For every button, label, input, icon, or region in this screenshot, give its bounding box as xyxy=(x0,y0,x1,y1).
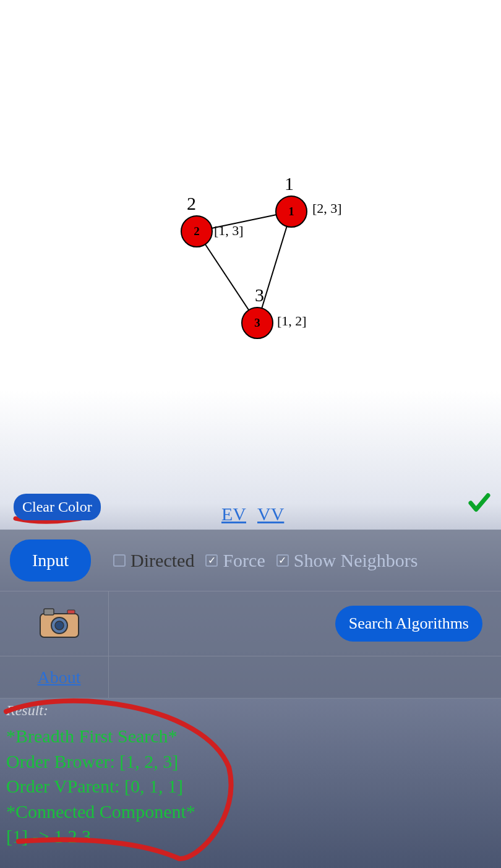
force-checkbox[interactable] xyxy=(205,554,218,567)
result-line-3: *Connected Component* xyxy=(6,799,495,825)
svg-point-7 xyxy=(55,621,64,630)
svg-rect-4 xyxy=(44,609,54,615)
camera-icon[interactable] xyxy=(38,606,81,641)
node-label-1: 1 xyxy=(285,173,294,194)
result-line-0: *Breadth First Search* xyxy=(6,724,495,749)
input-button[interactable]: Input xyxy=(10,539,91,582)
ev-link[interactable]: EV xyxy=(221,504,246,525)
node-neighbors-3: [1, 2] xyxy=(277,313,307,329)
graph-canvas[interactable]: 11[2, 3]22[1, 3]33[1, 2] xyxy=(0,0,501,486)
directed-checkbox-wrap[interactable]: Directed xyxy=(113,550,194,571)
show-neighbors-checkbox[interactable] xyxy=(276,554,289,567)
show-neighbors-checkbox-wrap[interactable]: Show Neighbors xyxy=(276,550,418,571)
node-neighbors-1: [2, 3] xyxy=(312,200,342,217)
clear-color-button[interactable]: Clear Color xyxy=(14,494,101,520)
show-neighbors-label: Show Neighbors xyxy=(294,550,418,571)
graph-edges xyxy=(0,0,501,486)
directed-label: Directed xyxy=(131,550,194,571)
force-label: Force xyxy=(223,550,265,571)
force-checkbox-wrap[interactable]: Force xyxy=(205,550,265,571)
node-neighbors-2: [1, 3] xyxy=(214,223,244,239)
result-area: Result: *Breadth First Search*Order Brow… xyxy=(0,698,501,853)
node-label-2: 2 xyxy=(187,193,196,214)
svg-line-1 xyxy=(257,212,291,323)
result-line-4: [1] -> 1 2 3 xyxy=(6,824,495,849)
svg-rect-5 xyxy=(67,610,75,614)
result-label: Result: xyxy=(6,702,495,719)
graph-node-2[interactable]: 2 xyxy=(181,215,213,247)
vv-link[interactable]: VV xyxy=(257,504,284,525)
directed-checkbox[interactable] xyxy=(113,554,126,567)
search-algorithms-button[interactable]: Search Algorithms xyxy=(335,606,482,642)
graph-node-3[interactable]: 3 xyxy=(241,307,273,339)
result-line-2: Order VParent: [0, 1, 1] xyxy=(6,774,495,799)
control-panel: Input Directed Force Show Neighbors xyxy=(0,530,501,698)
result-line-1: Order Brower: [1, 2, 3] xyxy=(6,749,495,775)
graph-node-1[interactable]: 1 xyxy=(275,196,307,228)
about-link[interactable]: About xyxy=(38,668,81,687)
node-label-3: 3 xyxy=(255,285,264,306)
